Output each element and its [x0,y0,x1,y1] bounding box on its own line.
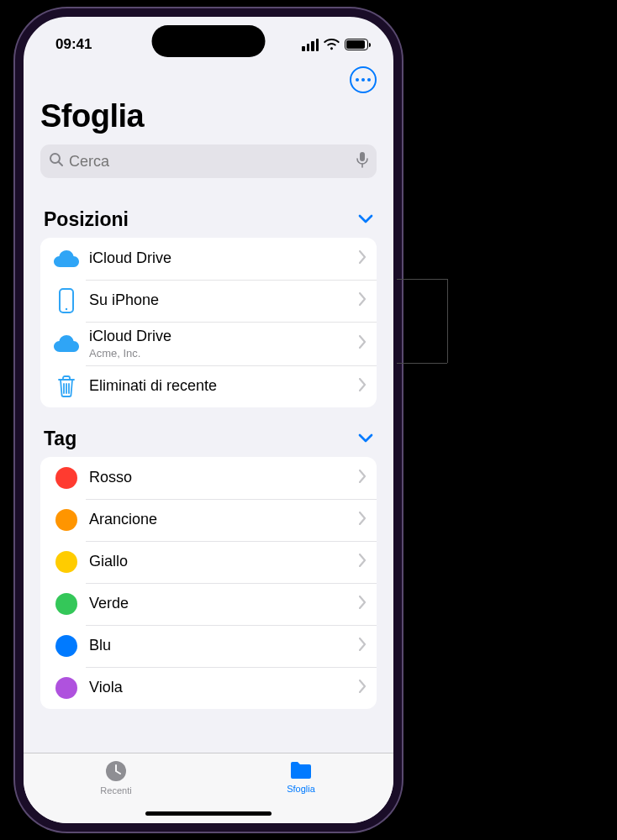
search-icon [49,152,64,171]
home-indicator[interactable] [145,811,272,816]
chevron-right-icon [359,470,367,486]
cellular-signal-icon [302,39,319,51]
chevron-right-icon [359,638,367,654]
location-on-iphone[interactable]: Su iPhone [40,280,377,322]
chevron-right-icon [359,596,367,612]
search-field[interactable] [40,144,377,178]
location-recently-deleted[interactable]: Eliminati di recente [40,365,377,407]
locations-title: Posizioni [44,208,129,231]
nav-toolbar [24,60,393,98]
tab-label: Recenti [100,785,131,795]
location-icloud-drive[interactable]: iCloud Drive [40,238,377,280]
tag-dot-icon [52,548,81,576]
locations-section-header[interactable]: Posizioni [40,208,377,238]
battery-icon [345,39,368,50]
row-label: Blu [89,637,359,655]
page-title: Sfoglia [24,98,393,141]
tags-section-header[interactable]: Tag [40,428,377,457]
tag-dot-icon [52,590,81,618]
chevron-right-icon [359,378,367,395]
chevron-down-icon [358,213,373,228]
clock-icon [103,759,129,784]
tag-green[interactable]: Verde [40,583,377,625]
tab-label: Sfoglia [287,784,315,794]
chevron-right-icon [359,680,367,696]
chevron-right-icon [359,335,367,352]
iphone-icon [52,286,81,315]
content-scroll[interactable]: Posizioni iCloud Drive Su iPhone [24,208,393,753]
microphone-icon[interactable] [356,151,368,171]
tag-dot-icon [52,506,81,534]
svg-point-5 [66,308,67,310]
wifi-icon [324,39,340,50]
tag-red[interactable]: Rosso [40,457,377,499]
row-label: iCloud Drive [89,328,359,346]
search-input[interactable] [69,153,351,171]
row-sublabel: Acme, Inc. [89,347,359,360]
callout-line [447,279,448,363]
row-label: Eliminati di recente [89,377,359,396]
more-button[interactable] [350,66,377,93]
row-label: Giallo [89,553,359,571]
svg-line-1 [59,162,62,165]
row-label: Verde [89,595,359,613]
iphone-frame: 09:41 Sfoglia Posizioni [15,8,402,832]
dynamic-island [152,25,266,57]
tags-title: Tag [44,428,76,450]
chevron-right-icon [359,292,367,309]
row-label: iCloud Drive [89,249,359,268]
icloud-icon [52,329,81,358]
status-right [302,39,368,51]
row-label: Viola [89,679,359,697]
trash-icon [52,372,81,401]
svg-rect-2 [360,152,365,161]
row-label: Su iPhone [89,291,359,310]
callout-line [397,363,447,364]
tag-blue[interactable]: Blu [40,625,377,667]
folder-icon [288,759,314,782]
callout-line [397,279,447,280]
chevron-right-icon [359,554,367,570]
location-icloud-drive-work[interactable]: iCloud Drive Acme, Inc. [40,322,377,365]
tag-purple[interactable]: Viola [40,667,377,709]
tag-orange[interactable]: Arancione [40,499,377,541]
tag-dot-icon [52,674,81,702]
locations-list: iCloud Drive Su iPhone iCloud Drive Acme… [40,238,377,407]
chevron-right-icon [359,250,367,267]
chevron-down-icon [358,432,373,447]
tag-dot-icon [52,464,81,492]
tag-dot-icon [52,632,81,660]
row-label: Rosso [89,469,359,487]
tags-list: Rosso Arancione Giallo Verde Blu [40,457,377,709]
chevron-right-icon [359,512,367,528]
status-time: 09:41 [55,36,92,53]
icloud-icon [52,244,81,273]
tag-yellow[interactable]: Giallo [40,541,377,583]
row-label: Arancione [89,511,359,529]
